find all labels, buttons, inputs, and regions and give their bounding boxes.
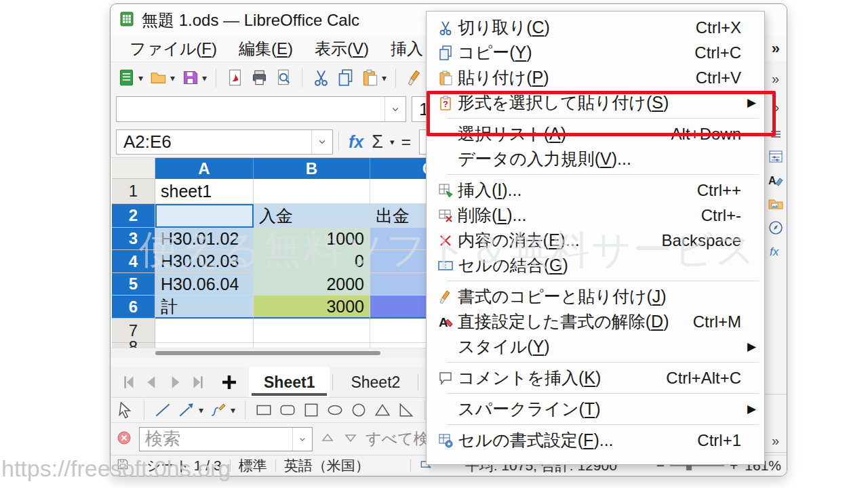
context-menu-item-paste[interactable]: 貼り付け(P)Ctrl+V	[427, 65, 764, 90]
row-header-2[interactable]: 2	[112, 204, 155, 228]
ellipse-button[interactable]	[324, 399, 346, 421]
cell-B7[interactable]	[254, 319, 370, 343]
print-button[interactable]	[248, 66, 271, 90]
context-menu-item-format-cells[interactable]: セルの書式設定(F)...Ctrl+1	[427, 428, 764, 453]
curve-button-dropdown[interactable]: ▾	[231, 405, 235, 415]
arrow-button-dropdown[interactable]: ▾	[199, 405, 203, 415]
close-find-bar-button[interactable]	[116, 430, 132, 449]
row-header-4[interactable]: 4	[112, 250, 155, 273]
first-sheet-button[interactable]	[117, 367, 140, 397]
functions-deck-button[interactable]: fx	[764, 243, 787, 260]
arrow-button[interactable]	[176, 399, 197, 421]
search-input[interactable]: 検索	[139, 427, 313, 451]
findbar-overflow-chevron[interactable]: »	[764, 433, 787, 449]
cell-A1[interactable]: sheet1	[155, 179, 254, 204]
new-document-button[interactable]	[115, 66, 138, 90]
context-menu-item-insert-comment[interactable]: コメントを挿入(K)Ctrl+Alt+C	[427, 365, 764, 390]
gallery-deck-button[interactable]	[764, 196, 787, 212]
cell-B2[interactable]: 入金	[254, 204, 370, 228]
rounded-rectangle-button[interactable]	[277, 399, 298, 421]
export-pdf-button[interactable]	[223, 66, 246, 90]
sum-button[interactable]: Σ	[372, 131, 383, 152]
toolbar-overflow-chevron[interactable]: »	[764, 71, 787, 87]
menubar-item-1[interactable]: 編集(E)	[228, 36, 304, 62]
cell-A5[interactable]: H30.06.04	[155, 273, 254, 296]
context-menu-item-sparklines[interactable]: スパークライン(T)▶	[427, 396, 764, 422]
rectangle-button[interactable]	[253, 399, 275, 421]
sum-dropdown-caret[interactable]: ▾	[390, 137, 395, 147]
chevron-down-icon[interactable]	[311, 130, 332, 154]
save-button[interactable]	[178, 66, 201, 90]
chevron-down-icon[interactable]	[384, 97, 406, 121]
copy-button[interactable]	[334, 66, 357, 90]
cut-button[interactable]	[309, 66, 332, 90]
name-box[interactable]: A2:E6	[116, 129, 333, 155]
zoom-slider[interactable]	[670, 465, 724, 466]
select-all-corner[interactable]	[112, 158, 155, 179]
find-previous-button[interactable]	[319, 430, 336, 449]
context-menu-item-copy[interactable]: コピー(Y)Ctrl+C	[427, 40, 764, 65]
column-header-A[interactable]: A	[155, 158, 254, 179]
menubar-item-2[interactable]: 表示(V)	[304, 36, 380, 62]
context-menu-item-cut[interactable]: 切り取り(C)Ctrl+X	[427, 15, 764, 40]
context-menu-item-merge-cells[interactable]: セルの結合(G)	[427, 253, 764, 278]
page-style-status[interactable]: 標準	[239, 456, 267, 475]
cell-B4[interactable]: 0	[254, 250, 370, 273]
cell-A4[interactable]: H30.02.03	[155, 250, 254, 273]
chevron-down-icon[interactable]	[292, 428, 312, 451]
font-name-combobox[interactable]	[116, 96, 406, 122]
cell-B5[interactable]: 2000	[254, 273, 370, 296]
circle-button[interactable]	[348, 399, 370, 421]
menubar-item-0[interactable]: ファイル(F)	[119, 36, 228, 62]
sheet-tab-Sheet2[interactable]: Sheet2	[336, 367, 415, 397]
styles-deck-button[interactable]: A	[764, 172, 787, 188]
context-menu-item-styles[interactable]: スタイル(Y)▶	[427, 334, 764, 359]
row-header-3[interactable]: 3	[112, 228, 155, 250]
function-wizard-button[interactable]: fx	[349, 132, 363, 152]
context-menu-item-clear-contents[interactable]: 内容の消去(E)...Backspace	[427, 228, 764, 253]
previous-sheet-button[interactable]	[140, 367, 163, 397]
square-button[interactable]	[300, 399, 322, 421]
curve-button[interactable]	[208, 399, 229, 421]
find-next-button[interactable]	[342, 430, 359, 449]
row-header-5[interactable]: 5	[112, 273, 155, 296]
row-header-1[interactable]: 1	[112, 179, 155, 204]
new-document-button-dropdown[interactable]: ▾	[138, 73, 143, 83]
open-button-dropdown[interactable]: ▾	[170, 73, 175, 83]
context-menu-item-delete-cells[interactable]: 削除(L)...Ctrl+-	[427, 203, 764, 228]
open-button[interactable]	[146, 66, 170, 90]
clone-formatting-button[interactable]	[403, 66, 426, 90]
equals-button[interactable]: =	[401, 132, 411, 152]
paste-button-dropdown[interactable]: ▾	[382, 73, 387, 83]
context-menu-item-clone-formatting[interactable]: 書式のコピーと貼り付け(J)	[427, 284, 764, 309]
cell-A3[interactable]: H30.01.02	[155, 228, 254, 250]
triangle-button[interactable]	[372, 399, 393, 421]
cell-B3[interactable]: 1000	[254, 228, 370, 250]
right-triangle-button[interactable]	[395, 399, 417, 421]
menubar-overflow-chevron[interactable]: »	[772, 36, 780, 62]
cell-B1[interactable]	[254, 179, 370, 204]
navigator-deck-button[interactable]	[764, 220, 787, 236]
save-button-dropdown[interactable]: ▾	[202, 73, 207, 83]
cell-A6[interactable]: 計	[155, 296, 254, 319]
select-button[interactable]	[115, 399, 136, 421]
context-menu-item-clear-direct-formatting[interactable]: A直接設定した書式の解除(D)Ctrl+M	[427, 309, 764, 334]
next-sheet-button[interactable]	[163, 367, 186, 397]
context-menu-item-insert-cells[interactable]: 挿入(I)...Ctrl++	[427, 178, 764, 203]
row-header-6[interactable]: 6	[112, 296, 155, 319]
sheet-number-status[interactable]: シート 1 / 3	[146, 456, 222, 475]
paste-button[interactable]	[358, 66, 381, 90]
add-sheet-button[interactable]	[214, 367, 245, 397]
line-button[interactable]	[152, 399, 174, 421]
print-preview-button[interactable]	[272, 66, 295, 90]
properties-deck-button[interactable]	[764, 148, 787, 165]
cell-A2[interactable]	[155, 204, 254, 228]
sheet-tab-Sheet1[interactable]: Sheet1	[249, 367, 330, 397]
cell-B6[interactable]: 3000	[254, 296, 370, 319]
scrollbar-thumb[interactable]	[155, 351, 380, 355]
context-menu-item-validation[interactable]: データの入力規則(V)...	[427, 146, 764, 171]
last-sheet-button[interactable]	[186, 367, 210, 397]
language-status[interactable]: 英語（米国）	[284, 456, 370, 475]
column-header-B[interactable]: B	[254, 158, 370, 179]
cell-A7[interactable]	[155, 319, 254, 343]
